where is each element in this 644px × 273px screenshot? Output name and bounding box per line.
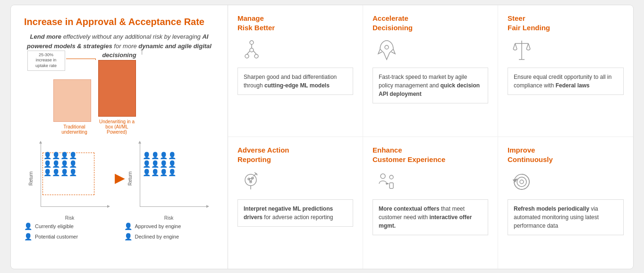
svg-line-10 <box>513 43 515 49</box>
feature-accelerate: AccelerateDecisioning Fast-track speed t… <box>363 5 498 137</box>
svg-point-2 <box>250 48 254 52</box>
feature-manage-risk-desc: Sharpen good and bad differentiation thr… <box>237 68 353 95</box>
svg-line-13 <box>528 43 530 49</box>
svg-point-26 <box>381 174 385 179</box>
legend-label-3: Approved by engine <box>135 223 181 229</box>
x-axis-label: Risk <box>65 215 74 221</box>
svg-marker-32 <box>513 179 517 182</box>
svg-point-5 <box>245 54 249 58</box>
legend-approved: 👤 Approved by engine <box>124 222 215 230</box>
legend-label-2: Potential customer <box>35 234 78 239</box>
left-title: Increase in Approval & Acceptance Rate <box>24 17 214 27</box>
svg-rect-28 <box>390 183 393 188</box>
feature-manage-risk-title: ManageRisk Better <box>237 14 275 32</box>
right-panel: ManageRisk Better Sharpen good and bad d… <box>228 5 633 269</box>
svg-point-7 <box>385 45 389 49</box>
rocket-icon <box>373 37 401 63</box>
feature-manage-risk: ManageRisk Better Sharpen good and bad d… <box>228 5 363 137</box>
brain-icon <box>237 169 266 195</box>
feature-accelerate-title: AccelerateDecisioning <box>373 14 413 32</box>
svg-point-0 <box>250 41 254 44</box>
legend-declined: 👤 Declined by engine <box>124 233 215 240</box>
svg-point-15 <box>245 174 256 186</box>
svg-line-4 <box>254 51 256 54</box>
legend-area: 👤 Currently eligible 👤 Approved by engin… <box>24 222 214 240</box>
svg-point-31 <box>520 180 524 184</box>
left-panel: Increase in Approval & Acceptance Rate L… <box>11 5 228 269</box>
person-red-icon: 👤 <box>124 233 132 240</box>
bar-trad-label: Traditional underwriting <box>53 124 96 135</box>
person-gray-icon: 👤 <box>24 233 32 240</box>
bar-ai: 25-30%increase inuptake rate ↑ Underwrit… <box>96 51 138 135</box>
scatter-after: Return 👤 👤 👤 👤 👤 👤 👤 👤 👤 👤 <box>131 143 207 214</box>
feature-fair-lending-desc: Ensure equal credit opportunity to all i… <box>508 68 624 95</box>
legend-potential: 👤 Potential customer <box>24 233 115 240</box>
svg-point-30 <box>517 177 526 187</box>
feature-accelerate-desc: Fast-track speed to market by agile poli… <box>373 68 488 103</box>
y-axis-label-after: Return <box>127 171 132 185</box>
decision-tree-icon <box>237 37 266 63</box>
bar-chart: Traditional underwriting 25-30%increase … <box>53 68 186 135</box>
feature-enhance-cx: EnhanceCustomer Experience More contextu… <box>363 137 498 269</box>
svg-point-6 <box>254 54 258 58</box>
legend-label-1: Currently eligible <box>35 223 74 229</box>
bar-chart-area: Traditional underwriting 25-30%increase … <box>24 68 214 135</box>
svg-line-3 <box>247 51 250 54</box>
increase-label: 25-30%increase inuptake rate <box>27 51 65 71</box>
scatter-before: Return 👤 👤 👤 👤 👤 👤 👤 👤 👤 <box>32 143 108 214</box>
feature-adverse-action: Adverse ActionReporting <box>228 137 363 269</box>
y-axis-label: Return <box>28 171 33 185</box>
svg-line-12 <box>526 43 528 49</box>
main-card: Increase in Approval & Acceptance Rate L… <box>10 5 634 269</box>
scatter-area: Return 👤 👤 👤 👤 👤 👤 👤 👤 👤 <box>24 143 214 214</box>
person-dark-icon: 👤 <box>24 222 32 230</box>
scales-icon <box>508 37 536 63</box>
feature-fair-lending: SteerFair Lending <box>498 5 633 137</box>
person-green-icon: 👤 <box>124 222 132 230</box>
feature-fair-lending-title: SteerFair Lending <box>508 14 550 32</box>
feature-improve: ImproveContinuously Refresh models perio… <box>498 137 633 269</box>
feature-enhance-cx-desc: More contextual offers that meet custome… <box>373 199 488 235</box>
feature-adverse-action-title: Adverse ActionReporting <box>237 145 289 164</box>
legend-currently-eligible: 👤 Currently eligible <box>24 222 115 230</box>
svg-point-27 <box>390 175 393 179</box>
arrow-up-icon: ↑ <box>140 46 144 57</box>
x-axis-label-after: Risk <box>164 215 173 221</box>
legend-label-4: Declined by engine <box>135 234 179 239</box>
feature-adverse-action-desc: Interpret negative ML predictions driver… <box>237 199 353 227</box>
svg-line-11 <box>515 43 517 49</box>
bar-ai-label: Underwriting in a box (AI/ML Powered) <box>96 119 138 135</box>
feature-improve-title: ImproveContinuously <box>508 145 553 164</box>
refresh-icon <box>508 169 536 195</box>
arrow-right-icon: ▶ <box>115 171 124 186</box>
feature-improve-desc: Refresh models periodically via automate… <box>508 199 624 235</box>
feature-enhance-cx-title: EnhanceCustomer Experience <box>373 145 445 164</box>
handshake-icon <box>373 169 401 195</box>
